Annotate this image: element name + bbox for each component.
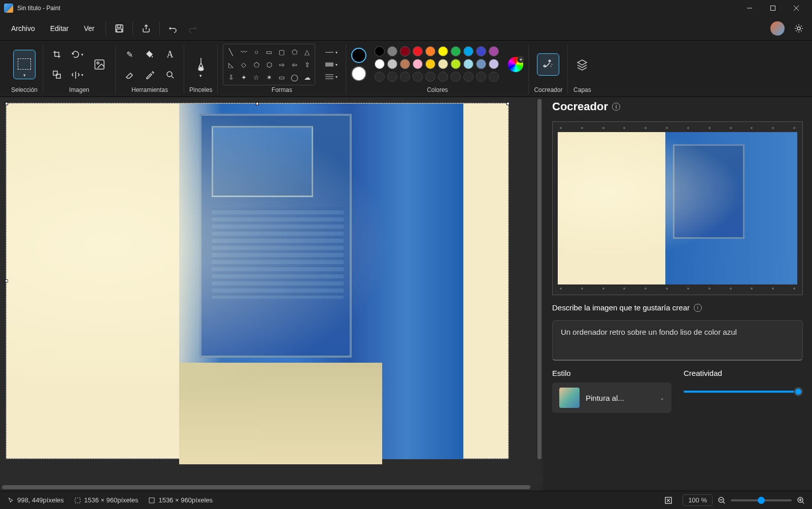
resize-icon[interactable] — [48, 66, 65, 83]
style-dropdown[interactable]: Pintura al... ⌄ — [552, 383, 671, 413]
eraser-icon[interactable] — [121, 66, 138, 83]
maximize-button[interactable] — [761, 0, 785, 16]
prompt-input[interactable]: Un ordenador retro sobre un fondo liso d… — [552, 320, 803, 361]
zoom-value: 100 % — [683, 494, 713, 506]
menu-file[interactable]: Archivo — [4, 20, 42, 37]
color-swatch[interactable] — [438, 46, 448, 56]
fill-icon[interactable] — [141, 46, 158, 63]
cocreator-panel: Cocreador i Describe la imagen que te gu… — [543, 97, 812, 491]
shape-star6: ✶ — [263, 72, 275, 83]
undo-icon[interactable] — [164, 19, 182, 38]
share-icon[interactable] — [137, 19, 155, 38]
color-swatch-empty[interactable] — [400, 72, 410, 82]
creativity-label: Creatividad — [684, 369, 803, 377]
color-swatch[interactable] — [413, 59, 423, 69]
brush-tool[interactable]: ▾ — [192, 50, 210, 79]
color-swatch[interactable] — [463, 59, 473, 69]
color-1[interactable] — [351, 48, 366, 63]
color-swatch[interactable] — [425, 59, 435, 69]
color-swatch[interactable] — [387, 59, 397, 69]
shape-fill-button[interactable]: ▾ — [322, 59, 341, 70]
color-swatch[interactable] — [375, 46, 385, 56]
info-icon[interactable]: i — [694, 304, 702, 312]
edit-colors-button[interactable] — [508, 57, 523, 72]
color-swatch-empty[interactable] — [451, 72, 461, 82]
status-canvas: 1536 × 960píxeles — [148, 496, 213, 504]
zoom-slider[interactable] — [731, 499, 792, 501]
color-swatch[interactable] — [489, 46, 499, 56]
color-swatch[interactable] — [375, 59, 385, 69]
color-swatch-empty[interactable] — [375, 72, 385, 82]
color-swatch[interactable] — [413, 46, 423, 56]
color-swatch[interactable] — [400, 46, 410, 56]
magnifier-icon[interactable] — [161, 66, 179, 83]
svg-rect-14 — [325, 62, 333, 67]
shape-star4: ✦ — [238, 72, 249, 83]
color-swatch-empty[interactable] — [387, 72, 397, 82]
cocreator-preview[interactable] — [552, 121, 803, 295]
save-icon[interactable] — [110, 19, 128, 38]
color-swatch[interactable] — [476, 59, 486, 69]
color-swatch-empty[interactable] — [489, 72, 499, 82]
flip-icon[interactable]: ▾ — [69, 66, 86, 83]
svg-point-7 — [797, 27, 800, 30]
creativity-slider[interactable] — [684, 386, 803, 398]
ribbon-group-layers: Capas — [568, 45, 596, 94]
menu-view[interactable]: Ver — [77, 20, 101, 37]
color-swatch-empty[interactable] — [425, 72, 435, 82]
color-swatch-empty[interactable] — [463, 72, 473, 82]
ribbon-group-colors: Colores — [346, 45, 529, 94]
crop-icon[interactable] — [48, 46, 65, 63]
shape-outline-button[interactable]: ▾ — [322, 47, 341, 57]
menu-edit[interactable]: Editar — [43, 20, 76, 37]
canvas[interactable] — [6, 103, 509, 459]
ribbon-label-layers: Capas — [573, 84, 591, 94]
shapes-grid[interactable]: ╲ 〰 ○ ▭ ▢ ⬠ △ ◺ ◇ ⬠ ⬡ ⇨ ⇦ ⇧ ⇩ ✦ ☆ ✶ ▭ ◯ — [223, 44, 315, 85]
color-swatch[interactable] — [489, 59, 499, 69]
shape-callout-rect: ▭ — [276, 72, 287, 83]
shape-star5: ☆ — [251, 72, 262, 83]
style-label: Estilo — [552, 369, 671, 377]
user-avatar[interactable] — [770, 21, 785, 36]
color-swatch[interactable] — [463, 46, 473, 56]
color-swatch[interactable] — [476, 46, 486, 56]
horizontal-scrollbar[interactable] — [0, 484, 543, 491]
color-swatch[interactable] — [438, 59, 448, 69]
color-swatch[interactable] — [387, 46, 397, 56]
pencil-icon[interactable]: ✎ — [121, 46, 138, 63]
eyedropper-icon[interactable] — [141, 66, 158, 83]
shape-callout-cloud: ☁ — [301, 72, 313, 83]
zoom-in-button[interactable] — [797, 496, 805, 504]
color-swatch[interactable] — [400, 59, 410, 69]
color-swatch[interactable] — [451, 59, 461, 69]
title-bar: Sin título - Paint — [0, 0, 812, 16]
vertical-scrollbar[interactable] — [536, 97, 543, 476]
color-swatch[interactable] — [425, 46, 435, 56]
selection-tool[interactable]: ▾ — [13, 50, 36, 79]
info-icon[interactable]: i — [612, 103, 620, 111]
remove-background-icon[interactable] — [89, 54, 110, 75]
shape-weight-button[interactable]: ▾ — [322, 72, 341, 82]
settings-icon[interactable] — [790, 19, 808, 38]
color-swatch-empty[interactable] — [438, 72, 448, 82]
ribbon: ▾ Selección ▾ ▾ Imagen ✎ — [0, 41, 812, 97]
text-icon[interactable]: A — [161, 46, 179, 63]
color-swatch-empty[interactable] — [413, 72, 423, 82]
svg-rect-10 — [95, 60, 104, 69]
layers-button[interactable] — [573, 55, 591, 74]
menu-bar: Archivo Editar Ver — [0, 16, 812, 41]
window-title: Sin título - Paint — [17, 5, 738, 12]
redo-icon — [183, 19, 201, 38]
color-swatch[interactable] — [451, 46, 461, 56]
ribbon-group-cocreator: Cocreador — [529, 45, 568, 94]
color-swatch-empty[interactable] — [476, 72, 486, 82]
status-cursor: 998, 449píxeles — [7, 496, 64, 504]
close-button[interactable] — [785, 0, 808, 16]
fit-to-window-button[interactable] — [664, 496, 672, 504]
rotate-icon[interactable]: ▾ — [69, 46, 86, 63]
color-palette — [375, 46, 500, 83]
zoom-out-button[interactable] — [718, 496, 726, 504]
minimize-button[interactable] — [738, 0, 761, 16]
color-2[interactable] — [351, 66, 366, 81]
cocreator-button[interactable] — [537, 53, 559, 76]
